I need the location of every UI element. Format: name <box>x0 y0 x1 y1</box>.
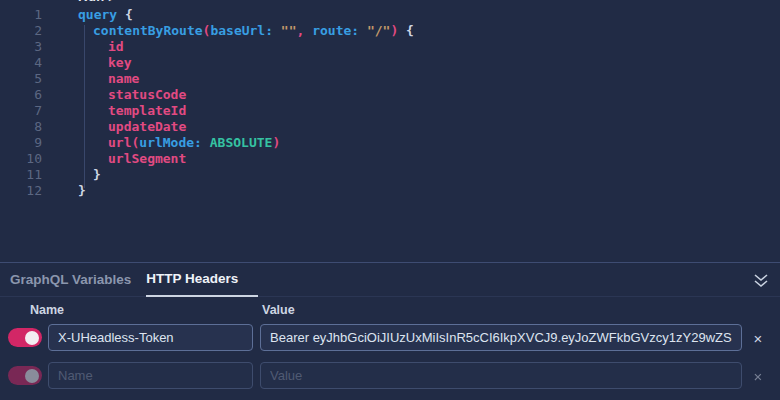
code-line[interactable]: 12} <box>0 183 780 199</box>
header-enabled-toggle[interactable] <box>8 328 42 347</box>
code-line-content: url(urlMode: ABSOLUTE) <box>78 135 280 151</box>
code-line-content: templateId <box>78 103 186 119</box>
code-line[interactable]: 9url(urlMode: ABSOLUTE) <box>0 135 780 151</box>
value-column-label: Value <box>262 303 295 317</box>
line-number: 12 <box>0 183 42 199</box>
code-line-content: name <box>78 71 139 87</box>
header-value-input[interactable] <box>260 362 742 389</box>
remove-header-button[interactable]: × <box>747 365 769 387</box>
chevron-double-down-icon[interactable] <box>750 269 772 291</box>
header-columns: Name Value <box>0 297 780 324</box>
indent-guide <box>84 25 85 188</box>
run-button[interactable]: Run ▸ <box>78 0 116 5</box>
line-number: 8 <box>0 119 42 135</box>
header-row: × <box>0 362 780 389</box>
header-value-input[interactable] <box>260 324 742 351</box>
header-enabled-toggle[interactable] <box>8 366 42 385</box>
header-name-input[interactable] <box>48 362 253 389</box>
line-number: 4 <box>0 55 42 71</box>
toggle-knob <box>25 369 39 383</box>
line-number: 6 <box>0 87 42 103</box>
line-number: 11 <box>0 167 42 183</box>
header-name-input[interactable] <box>48 324 253 351</box>
code-line-content: query { <box>78 7 133 23</box>
line-number: 9 <box>0 135 42 151</box>
code-line[interactable]: 7templateId <box>0 103 780 119</box>
code-line-content: } <box>78 167 101 183</box>
code-line-content: urlSegment <box>78 151 186 167</box>
bottom-panel: GraphQL Variables HTTP Headers Name Valu… <box>0 262 780 400</box>
line-number: 1 <box>0 7 42 23</box>
code-line[interactable]: 2contentByRoute(baseUrl: "", route: "/")… <box>0 23 780 39</box>
code-line[interactable]: 10urlSegment <box>0 151 780 167</box>
code-line-content: updateDate <box>78 119 186 135</box>
line-number: 2 <box>0 23 42 39</box>
name-column-label: Name <box>30 303 64 317</box>
code-line[interactable]: 8updateDate <box>0 119 780 135</box>
line-number: 5 <box>0 71 42 87</box>
query-editor[interactable]: Run ▸ 1query {2contentByRoute(baseUrl: "… <box>0 0 780 262</box>
graphql-playground: Run ▸ 1query {2contentByRoute(baseUrl: "… <box>0 0 780 400</box>
panel-tabbar: GraphQL Variables HTTP Headers <box>0 263 780 297</box>
header-rows: ×× <box>0 324 780 389</box>
header-row: × <box>0 324 780 351</box>
remove-header-button[interactable]: × <box>747 327 769 349</box>
tab-http-headers[interactable]: HTTP Headers <box>146 262 258 297</box>
line-number: 10 <box>0 151 42 167</box>
query-code[interactable]: 1query {2contentByRoute(baseUrl: "", rou… <box>0 7 780 199</box>
code-line[interactable]: 1query { <box>0 7 780 23</box>
line-number: 7 <box>0 103 42 119</box>
code-line[interactable]: 3id <box>0 39 780 55</box>
code-line[interactable]: 4key <box>0 55 780 71</box>
code-line-content: statusCode <box>78 87 186 103</box>
line-number: 3 <box>0 39 42 55</box>
code-line[interactable]: 11} <box>0 167 780 183</box>
code-line-content: key <box>78 55 131 71</box>
toggle-knob <box>25 331 39 345</box>
code-line[interactable]: 5name <box>0 71 780 87</box>
code-line[interactable]: 6statusCode <box>0 87 780 103</box>
code-line-content: contentByRoute(baseUrl: "", route: "/") … <box>78 23 414 39</box>
tab-graphql-variables[interactable]: GraphQL Variables <box>10 263 131 297</box>
